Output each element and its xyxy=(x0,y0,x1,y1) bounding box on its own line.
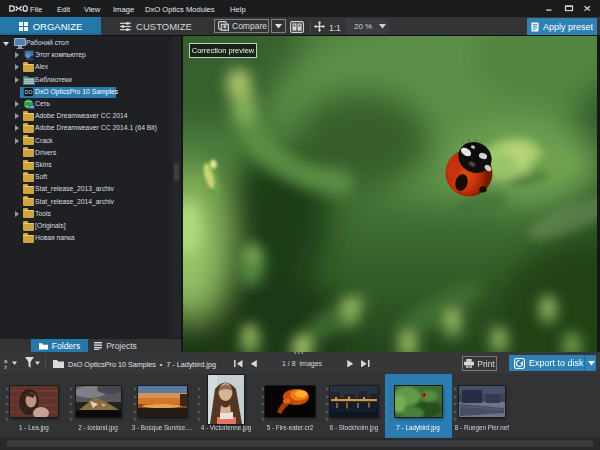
svg-text:z: z xyxy=(4,364,7,369)
svg-text:DO: DO xyxy=(25,89,33,95)
svg-text:a: a xyxy=(4,358,8,364)
